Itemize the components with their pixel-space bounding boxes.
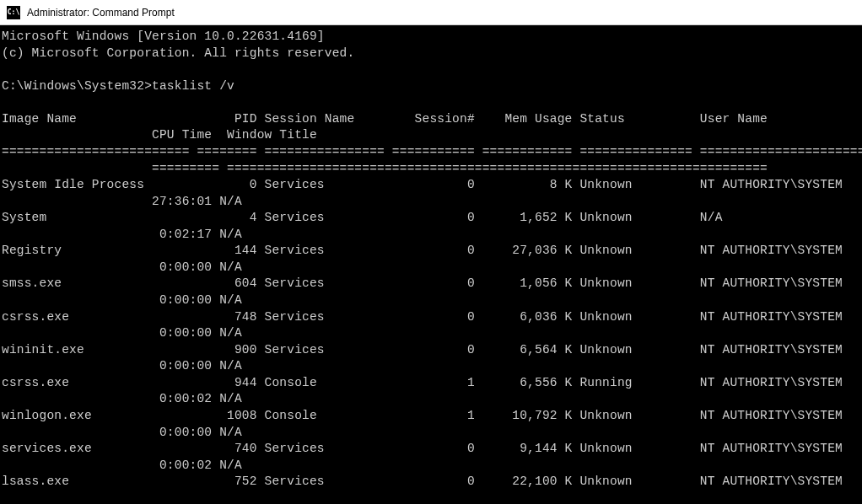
terminal-output[interactable]: Microsoft Windows [Version 10.0.22631.41… xyxy=(0,25,862,494)
cmd-icon: C:\ xyxy=(7,6,20,19)
window-titlebar[interactable]: C:\ Administrator: Command Prompt xyxy=(0,0,862,25)
window-title: Administrator: Command Prompt xyxy=(27,7,175,19)
